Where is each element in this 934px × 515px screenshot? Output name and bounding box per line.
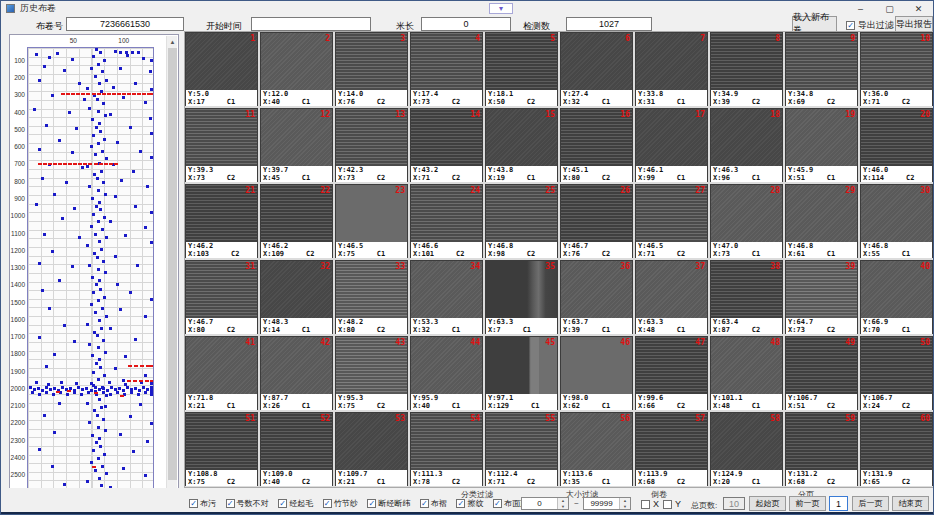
chevron-down-icon[interactable]: ▾ (489, 3, 513, 14)
defect-thumbnail[interactable]: 47 Y:99.6 X:66 C2 (635, 336, 708, 410)
defect-thumbnail[interactable]: 54 Y:111.3 X:78 C2 (410, 412, 483, 486)
defect-thumbnail[interactable]: 6 Y:27.4 X:32 C1 (560, 32, 633, 106)
defect-thumbnail[interactable]: 17 Y:46.1 X:99 C1 (635, 108, 708, 182)
spinner-arrows-icon[interactable]: ▲▼ (557, 498, 568, 509)
size-min-spinner[interactable]: 0 ▲▼ (521, 497, 569, 510)
prev-page-button[interactable]: 前一页 (789, 496, 826, 511)
defect-thumbnail[interactable]: 41 Y:71.8 X:21 C1 (185, 336, 258, 410)
defect-thumbnail[interactable]: 30 Y:46.8 X:55 C1 (860, 184, 933, 258)
defect-image: 14 (411, 109, 482, 166)
defect-thumbnail[interactable]: 27 Y:46.5 X:71 C2 (635, 184, 708, 258)
defect-thumbnail[interactable]: 11 Y:39.3 X:73 C2 (185, 108, 258, 182)
defect-caption: Y:42.3 X:73 C2 (336, 166, 407, 182)
defect-index: 32 (320, 262, 330, 271)
defect-thumbnail[interactable]: 59 Y:131.2 X:68 C2 (785, 412, 858, 486)
defect-thumbnail[interactable]: 23 Y:46.5 X:75 C1 (335, 184, 408, 258)
close-button[interactable]: ✕ (904, 1, 933, 16)
defect-thumbnail[interactable]: 10 Y:36.0 X:71 C2 (860, 32, 933, 106)
defect-thumbnail[interactable]: 29 Y:46.8 X:61 C1 (785, 184, 858, 258)
category-filter-checkbox[interactable]: ✓ 断经断纬 (367, 498, 410, 509)
vertical-scrollbar[interactable]: ▲ ▼ (166, 36, 177, 507)
roll-no-field[interactable]: 7236661530 (66, 17, 184, 31)
defect-point (102, 418, 105, 421)
defect-thumbnail[interactable]: 1 Y:5.0 X:17 C1 (185, 32, 258, 106)
defect-thumbnail[interactable]: 2 Y:12.0 X:40 C1 (260, 32, 333, 106)
defect-index: 50 (920, 338, 930, 347)
defect-thumbnail[interactable]: 7 Y:33.8 X:31 C1 (635, 32, 708, 106)
defect-thumbnail[interactable]: 24 Y:46.6 X:101 C2 (410, 184, 483, 258)
defect-thumbnail[interactable]: 8 Y:34.9 X:39 C2 (710, 32, 783, 106)
defect-thumbnail[interactable]: 43 Y:95.3 X:75 C2 (335, 336, 408, 410)
defect-thumbnail[interactable]: 39 Y:64.7 X:73 C2 (785, 260, 858, 334)
defect-thumbnail[interactable]: 3 Y:14.0 X:76 C2 (335, 32, 408, 106)
defect-thumbnail[interactable]: 18 Y:46.3 X:96 C1 (710, 108, 783, 182)
defect-thumbnail[interactable]: 20 Y:46.0 X:114 C2 (860, 108, 933, 182)
next-page-button[interactable]: 后一页 (852, 496, 889, 511)
defect-thumbnail[interactable]: 16 Y:45.1 X:80 C2 (560, 108, 633, 182)
defect-thumbnail[interactable]: 42 Y:87.7 X:26 C1 (260, 336, 333, 410)
defect-thumbnail[interactable]: 36 Y:63.7 X:39 C1 (560, 260, 633, 334)
defect-thumbnail[interactable]: 31 Y:46.7 X:80 C2 (185, 260, 258, 334)
category-filter-checkbox[interactable]: ✓ 布污 (189, 498, 216, 509)
count-field[interactable]: 1027 (566, 17, 652, 31)
rewind-x-checkbox[interactable]: X (641, 499, 659, 509)
defect-thumbnail[interactable]: 48 Y:101.1 X:48 C1 (710, 336, 783, 410)
defect-thumbnail[interactable]: 60 Y:131.9 X:65 C2 (860, 412, 933, 486)
defect-thumbnail[interactable]: 19 Y:45.9 X:51 C1 (785, 108, 858, 182)
defect-thumbnail[interactable]: 37 Y:63.3 X:48 C1 (635, 260, 708, 334)
defect-thumbnail[interactable]: 49 Y:106.7 X:51 C2 (785, 336, 858, 410)
defect-thumbnail[interactable]: 33 Y:48.2 X:80 C2 (335, 260, 408, 334)
defect-thumbnail[interactable]: 4 Y:17.4 X:73 C2 (410, 32, 483, 106)
defect-thumbnail[interactable]: 52 Y:109.0 X:40 C2 (260, 412, 333, 486)
defect-thumbnail[interactable]: 35 Y:63.3 X:7 C1 (485, 260, 558, 334)
defect-thumbnail[interactable]: 58 Y:124.9 X:20 C1 (710, 412, 783, 486)
category-filter-checkbox[interactable]: ✓ 擦纹 (456, 498, 483, 509)
defect-thumbnail[interactable]: 57 Y:113.9 X:68 C2 (635, 412, 708, 486)
scrollbar-thumb[interactable] (168, 48, 177, 480)
category-filter-checkbox[interactable]: ✓ 布褶 (420, 498, 447, 509)
load-new-roll-button[interactable]: 载入新布卷 (792, 16, 837, 32)
minimize-button[interactable]: – (846, 1, 875, 16)
category-filter-checkbox[interactable]: ✓ 竹节纱 (323, 498, 358, 509)
first-page-button[interactable]: 起始页 (749, 496, 786, 511)
maximize-button[interactable]: ▢ (875, 1, 904, 16)
defect-thumbnail[interactable]: 21 Y:46.2 X:103 C2 (185, 184, 258, 258)
size-max-spinner[interactable]: 99999 ▲▼ (583, 497, 631, 510)
defect-thumbnail[interactable]: 51 Y:108.8 X:75 C2 (185, 412, 258, 486)
defect-thumbnail[interactable]: 32 Y:48.3 X:14 C1 (260, 260, 333, 334)
defect-thumbnail[interactable]: 53 Y:109.7 X:21 C1 (335, 412, 408, 486)
category-filter-checkbox[interactable]: ✓ 号数不对 (226, 498, 269, 509)
defect-thumbnail[interactable]: 15 Y:43.8 X:19 C1 (485, 108, 558, 182)
page-number-input[interactable]: 1 (829, 496, 848, 511)
defect-thumbnail[interactable]: 13 Y:42.3 X:73 C2 (335, 108, 408, 182)
spinner-arrows-icon[interactable]: ▲▼ (619, 498, 630, 509)
start-time-field[interactable] (251, 17, 371, 31)
defect-thumbnail[interactable]: 14 Y:43.2 X:71 C2 (410, 108, 483, 182)
defect-thumbnail[interactable]: 56 Y:113.6 X:35 C1 (560, 412, 633, 486)
defect-thumbnail[interactable]: 9 Y:34.8 X:69 C2 (785, 32, 858, 106)
defect-thumbnail[interactable]: 22 Y:46.2 X:109 C2 (260, 184, 333, 258)
meter-field[interactable]: 0 (421, 17, 511, 31)
defect-thumbnail[interactable]: 5 Y:18.1 X:50 C2 (485, 32, 558, 106)
defect-thumbnail[interactable]: 55 Y:112.4 X:71 C2 (485, 412, 558, 486)
defect-thumbnail[interactable]: 12 Y:39.7 X:45 C1 (260, 108, 333, 182)
rewind-y-checkbox[interactable]: Y (663, 499, 681, 509)
export-report-button[interactable]: 导出报告 (895, 16, 933, 32)
defect-thumbnail[interactable]: 28 Y:47.0 X:73 C1 (710, 184, 783, 258)
defect-point (96, 177, 99, 180)
defect-thumbnail[interactable]: 34 Y:53.3 X:32 C1 (410, 260, 483, 334)
scatter-plot[interactable] (27, 47, 154, 502)
scroll-up-icon[interactable]: ▲ (167, 36, 178, 47)
defect-thumbnail[interactable]: 44 Y:95.9 X:40 C1 (410, 336, 483, 410)
defect-thumbnail[interactable]: 40 Y:66.9 X:70 C1 (860, 260, 933, 334)
defect-caption: Y:63.3 X:48 C1 (636, 318, 707, 334)
defect-thumbnail[interactable]: 50 Y:106.7 X:24 C2 (860, 336, 933, 410)
defect-thumbnail[interactable]: 46 Y:98.0 X:62 C1 (560, 336, 633, 410)
defect-thumbnail[interactable]: 45 Y:97.1 X:129 C1 (485, 336, 558, 410)
defect-thumbnail[interactable]: 25 Y:46.8 X:98 C2 (485, 184, 558, 258)
defect-thumbnail[interactable]: 38 Y:63.4 X:87 C2 (710, 260, 783, 334)
category-filter-checkbox[interactable]: ✓ 经起毛 (278, 498, 313, 509)
last-page-button[interactable]: 结束页 (892, 496, 929, 511)
defect-thumbnail[interactable]: 26 Y:46.7 X:76 C2 (560, 184, 633, 258)
defect-x-value: X:101 (413, 250, 434, 258)
